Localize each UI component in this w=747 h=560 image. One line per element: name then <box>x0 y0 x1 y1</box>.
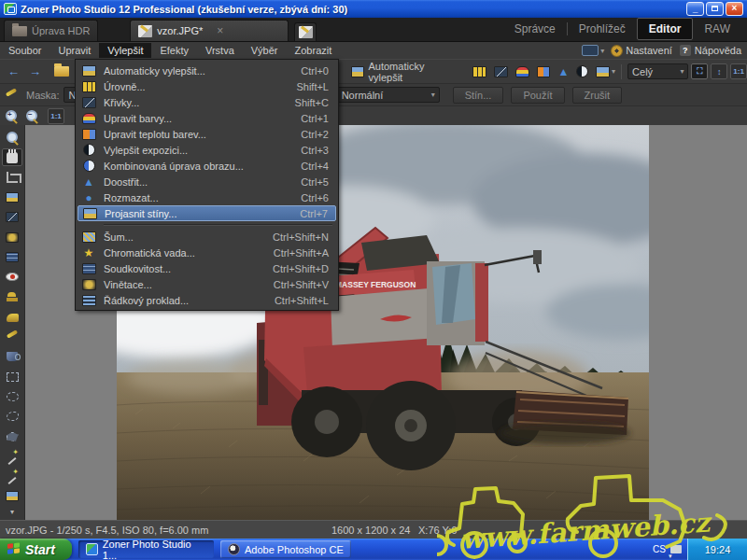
taskbar-button-zoner[interactable]: Zoner Photo Studio 1... <box>78 540 214 558</box>
zoom-tool[interactable] <box>2 129 22 146</box>
menu-vrstva[interactable]: Vrstva <box>197 43 243 58</box>
levels-tool[interactable] <box>2 189 22 205</box>
edit-selection-tool[interactable] <box>2 229 22 245</box>
fit-to-window-button[interactable]: ⛶ <box>691 63 708 79</box>
menuitem-urovne[interactable]: Úrovně... Shift+L <box>76 78 338 94</box>
tab-vzor-jpg[interactable]: vzor.JPG* × <box>130 20 289 41</box>
new-document-tab[interactable] <box>294 22 317 41</box>
menuitem-chromaticka-vada[interactable]: ★ Chromatická vada... Ctrl+Shift+A <box>76 245 338 260</box>
zoom-in-icon[interactable]: + <box>5 109 18 122</box>
brush-tool[interactable] <box>2 329 22 345</box>
menu-separator <box>104 224 332 226</box>
exposure-icon <box>83 144 95 156</box>
magic-wand-tool[interactable] <box>2 448 22 465</box>
mask-label: Maska: <box>26 90 59 101</box>
settings-button[interactable]: Nastavení <box>612 45 672 56</box>
levels-icon[interactable] <box>472 66 486 77</box>
blend-mode-select[interactable]: Normální ▾ <box>337 87 440 103</box>
adjust-colors-icon[interactable] <box>515 66 529 77</box>
menuitem-automaticky-vylepsit[interactable]: Automaticky vylepšit... Ctrl+0 <box>76 63 338 78</box>
curves-icon[interactable] <box>494 66 508 77</box>
menuitem-vinetace[interactable]: Vinětace... Ctrl+Shift+V <box>76 276 338 292</box>
pattern-tool[interactable] <box>2 248 22 265</box>
poly-lasso-tool[interactable] <box>2 427 22 444</box>
close-button[interactable]: × <box>726 2 743 16</box>
menuitem-vylepsit-expozici[interactable]: Vylepšit expozici... Ctrl+3 <box>76 142 338 158</box>
chevron-down-icon[interactable]: ▾ <box>612 67 615 76</box>
enhance-more-icon[interactable] <box>596 66 610 77</box>
menuitem-doostrit[interactable]: ▲ Doostřit... Ctrl+5 <box>76 174 338 189</box>
tab-uprava-hdr[interactable]: Úprava HDR <box>4 20 98 41</box>
menuitem-sum[interactable]: Šum... Ctrl+Shift+N <box>76 229 338 245</box>
tool-palette: ▾ <box>0 125 25 520</box>
combined-adjust-icon <box>83 160 95 172</box>
hand-tool[interactable] <box>2 148 22 165</box>
forward-icon[interactable]: → <box>29 65 41 78</box>
menuitem-krivky[interactable]: Křivky... Shift+C <box>76 94 338 110</box>
taskbar-button-photoshop[interactable]: Adobe Photoshop CE <box>220 540 351 558</box>
crop-tool[interactable] <box>2 169 22 186</box>
curves-icon <box>82 97 96 108</box>
red-eye-tool[interactable] <box>2 269 22 286</box>
mask-brush-icon[interactable] <box>5 89 19 101</box>
mode-raw[interactable]: RAW <box>693 19 741 39</box>
actual-size-button[interactable]: 1:1 <box>730 63 747 79</box>
mode-prohlizec[interactable]: Prohlížeč <box>568 19 637 39</box>
cancel-button[interactable]: Zrušit <box>572 87 623 104</box>
menuitem-rozmazat[interactable]: ● Rozmazat... Ctrl+6 <box>76 189 338 205</box>
menu-vyber[interactable]: Výběr <box>243 43 287 58</box>
tools-overflow-icon[interactable]: ▾ <box>10 508 14 516</box>
selection-brush-tool[interactable] <box>2 468 22 484</box>
exposure-icon[interactable] <box>576 65 588 77</box>
language-indicator[interactable]: CS <box>653 544 666 554</box>
mode-spravce[interactable]: Správce <box>503 19 567 39</box>
printer-tray-icon[interactable] <box>670 545 682 553</box>
restore-button[interactable] <box>706 2 724 16</box>
menuitem-soudkovitost[interactable]: Soudkovitost... Ctrl+Shift+D <box>76 260 338 276</box>
menuitem-teplota-barev[interactable]: Upravit teplotu barev... Ctrl+2 <box>76 126 338 142</box>
iron-smooth-tool[interactable] <box>2 308 22 325</box>
menu-zobrazit[interactable]: Zobrazit <box>287 43 341 58</box>
menu-efekty[interactable]: Efekty <box>151 43 197 58</box>
auto-enhance-button[interactable]: Automaticky vylepšit <box>346 59 465 85</box>
selection-brush-icon <box>7 470 18 482</box>
mode-editor[interactable]: Editor <box>637 18 694 40</box>
color-temperature-icon[interactable] <box>537 66 551 77</box>
apply-button[interactable]: Použít <box>511 87 564 104</box>
ellipse-select-tool[interactable] <box>2 388 22 405</box>
paste-image-tool[interactable] <box>2 488 22 505</box>
help-button[interactable]: ? Nápověda <box>680 45 741 56</box>
histogram-dropdown-button[interactable]: ▾ <box>582 45 604 56</box>
open-folder-icon[interactable] <box>54 66 69 77</box>
poly-lasso-icon <box>7 432 19 441</box>
lasso-tool[interactable] <box>2 408 22 425</box>
taskbar-clock[interactable]: 19:24 <box>687 539 747 560</box>
menu-upravit[interactable]: Upravit <box>49 43 99 58</box>
fit-height-button[interactable]: ↕ <box>711 63 727 79</box>
vylepsit-dropdown-menu: Automaticky vylepšit... Ctrl+0 Úrovně...… <box>75 59 339 311</box>
window-title: Zoner Photo Studio 12 Professional (zkuš… <box>21 4 686 15</box>
red-eye-icon <box>6 273 19 281</box>
menuitem-upravit-barvy[interactable]: Upravit barvy... Ctrl+1 <box>76 110 338 126</box>
menuitem-projasnit-stiny[interactable]: Projasnit stíny... Ctrl+7 <box>78 205 336 221</box>
menu-vylepsit[interactable]: Vylepšit <box>99 43 151 58</box>
rect-select-tool[interactable] <box>2 368 22 385</box>
zoom-100-button[interactable]: 1:1 <box>48 108 64 124</box>
menu-soubor[interactable]: Soubor <box>0 43 49 58</box>
zoom-fit-select[interactable]: Celý ▾ <box>627 63 688 79</box>
menuitem-radkovy-proklad[interactable]: Řádkový proklad... Ctrl+Shift+L <box>76 292 338 308</box>
folder-icon <box>12 26 27 36</box>
colors-tool[interactable] <box>2 209 22 226</box>
zoner-app-icon <box>86 543 98 555</box>
minimize-button[interactable]: _ <box>686 2 704 16</box>
fill-tool[interactable] <box>2 348 22 365</box>
tab-close-icon[interactable]: × <box>217 24 223 37</box>
start-button[interactable]: Start <box>0 539 72 560</box>
menuitem-kombinovana-uprava[interactable]: Kombinovaná úprava obrazu... Ctrl+4 <box>76 158 338 174</box>
shadow-button[interactable]: Stín... <box>453 87 504 104</box>
zoom-out-icon[interactable]: − <box>25 109 38 122</box>
clone-stamp-tool[interactable] <box>2 288 22 305</box>
sharpen-icon[interactable]: ▲ <box>557 66 569 77</box>
photoshop-app-icon <box>228 543 240 555</box>
back-icon[interactable]: ← <box>7 65 20 78</box>
